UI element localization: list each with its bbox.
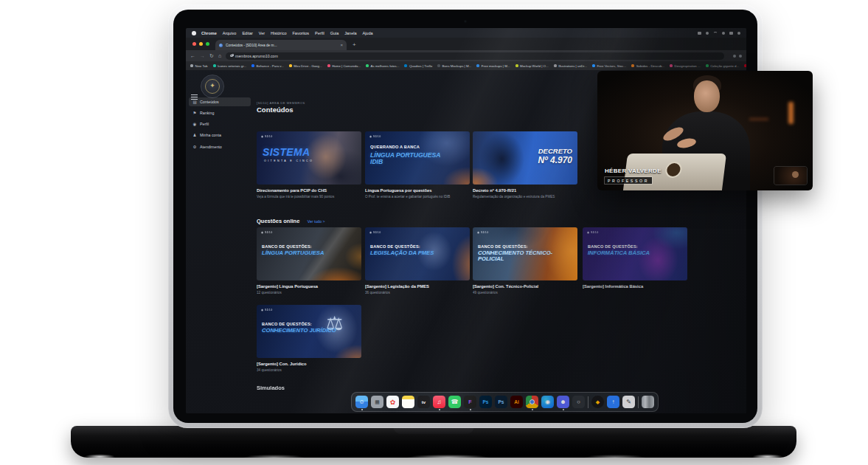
dock-chrome-icon[interactable] bbox=[526, 396, 538, 408]
dock-photoshop-beta-icon[interactable]: Ps bbox=[495, 396, 507, 408]
background-light bbox=[749, 118, 768, 120]
bookmark[interactable]: Illustrations | unDr... bbox=[554, 64, 587, 68]
dock-illustrator-icon[interactable]: Ai bbox=[510, 396, 523, 408]
dock-music-icon[interactable]: ♫ bbox=[433, 396, 445, 408]
card-caption[interactable]: Decreto nº 4.970-R/21 bbox=[473, 188, 577, 193]
control-center-icon[interactable] bbox=[729, 32, 733, 35]
display-icon[interactable] bbox=[698, 32, 701, 35]
dock-appletv-icon[interactable]: tv bbox=[417, 396, 430, 408]
bookmark[interactable]: Designspiration ... bbox=[670, 64, 701, 68]
card-kicker: BANCO DE QUESTÕES: bbox=[262, 322, 312, 326]
account-icon: ♟ bbox=[192, 133, 197, 137]
app-logo[interactable] bbox=[201, 75, 224, 98]
bookmark[interactable]: Mockup World | O... bbox=[515, 64, 549, 68]
forward-icon[interactable]: → bbox=[200, 53, 205, 58]
dock-figma-icon[interactable]: F bbox=[464, 396, 476, 408]
sidebar-item-atendimento[interactable]: ⚙ Atendimento bbox=[189, 142, 251, 151]
card-caption[interactable]: [Sargento] Língua Portuguesa bbox=[257, 284, 361, 289]
bookmark[interactable]: Meu Drive - Goog... bbox=[289, 64, 322, 68]
card-caption[interactable]: Língua Portuguesa por questões bbox=[365, 188, 470, 193]
card-bq-tecnico[interactable]: ◉ SD10 BANCO DE QUESTÕES: CONHECIMENTO T… bbox=[473, 227, 577, 280]
professor-face bbox=[694, 80, 720, 112]
bookmark[interactable]: Ícones vetoriais gr... bbox=[213, 64, 247, 68]
tab-title: Conteúdos - [SD10] Área de m... bbox=[226, 44, 338, 47]
bookmark[interactable]: Coleção gigante d... bbox=[706, 64, 740, 68]
sidebar-item-conteudos[interactable]: ▤ Conteúdos bbox=[189, 97, 251, 106]
card-caption[interactable]: Direcionamento para PCIP do CHS bbox=[257, 188, 361, 193]
card-bq-legislacao[interactable]: ◉ SD10 BANCO DE QUESTÕES: LEGISLAÇÃO DA … bbox=[365, 227, 470, 280]
dock-discord-icon[interactable]: ☻ bbox=[557, 396, 569, 408]
menu-ver[interactable]: Ver bbox=[259, 31, 265, 35]
battery-icon[interactable] bbox=[706, 32, 709, 35]
laptop-lid: Chrome Arquivo Editar Ver Histórico Favo… bbox=[168, 4, 763, 428]
new-tab-button[interactable]: + bbox=[353, 41, 356, 48]
dock-notes-icon[interactable] bbox=[402, 396, 414, 408]
menu-favoritos[interactable]: Favoritos bbox=[292, 31, 309, 35]
menu-janela[interactable]: Janela bbox=[344, 31, 356, 35]
pip-video-player[interactable]: HÉBER VALVERDE PROFESSOR bbox=[597, 71, 813, 190]
back-icon[interactable]: ← bbox=[190, 53, 195, 58]
dock-pencil-icon[interactable]: ✎ bbox=[622, 396, 635, 408]
dock-separator bbox=[588, 396, 588, 408]
tab-close-icon[interactable]: × bbox=[340, 43, 343, 47]
card-decreto[interactable]: DECRETO Nº 4.970 bbox=[473, 131, 577, 185]
menu-historico[interactable]: Histórico bbox=[271, 31, 286, 35]
sidebar-item-perfil[interactable]: ◉ Perfil bbox=[189, 120, 251, 128]
card-caption[interactable]: [Sargento] Legislação da PMES bbox=[365, 284, 470, 289]
menu-ajuda[interactable]: Ajuda bbox=[362, 31, 372, 35]
profile-icon: ◉ bbox=[192, 122, 197, 126]
dock-photoshop-icon[interactable]: Ps bbox=[479, 396, 492, 408]
profile-avatar[interactable] bbox=[739, 55, 742, 58]
card-bq-juridico[interactable]: ◉ SD10 BANCO DE QUESTÕES: CONHECIMENTO J… bbox=[257, 305, 361, 358]
see-all-link[interactable]: Ver tudo > bbox=[308, 219, 325, 224]
close-window-button[interactable] bbox=[192, 42, 196, 46]
bookmark[interactable]: Quadros | Trello bbox=[404, 64, 432, 68]
card-caption[interactable]: [Sargento] Con. Jurídico bbox=[257, 362, 361, 366]
bookmark[interactable]: As melhores fotos... bbox=[366, 64, 399, 68]
bookmark[interactable]: Bons Mockups | M... bbox=[437, 64, 471, 68]
bookmark-favicon bbox=[706, 64, 709, 67]
dock-sketch-icon[interactable]: ◆ bbox=[591, 396, 604, 408]
dock-photos-icon[interactable]: ✿ bbox=[386, 396, 399, 408]
reload-icon[interactable]: ↻ bbox=[209, 53, 214, 59]
bookmark[interactable]: Home | Comunida... bbox=[327, 64, 361, 68]
menu-perfil[interactable]: Perfil bbox=[315, 31, 324, 35]
bookmark[interactable]: Sobidos - Descub... bbox=[631, 64, 664, 68]
bookmark[interactable]: Free Vectors, Stoc... bbox=[592, 64, 626, 68]
wifi-icon[interactable] bbox=[713, 32, 718, 35]
card-bq-informatica[interactable]: ◉ SD10 BANCO DE QUESTÕES: INFORMÁTICA BÁ… bbox=[583, 227, 687, 280]
menu-guia[interactable]: Guia bbox=[330, 31, 339, 35]
extensions-icon[interactable] bbox=[733, 55, 736, 58]
sidebar-item-minha-conta[interactable]: ♟ Minha conta bbox=[189, 131, 251, 140]
card-lingua-idib[interactable]: ◉ SD10 QUEBRANDO A BANCA LÍNGUA PORTUGUE… bbox=[365, 131, 470, 185]
bookmark[interactable]: Behance - Para v... bbox=[251, 64, 284, 68]
sidebar-item-ranking[interactable]: ⚑ Ranking bbox=[189, 108, 251, 117]
apple-menu-icon[interactable] bbox=[192, 31, 196, 35]
bookmark[interactable]: Free mockups | M... bbox=[476, 64, 510, 68]
bookmark-favicon bbox=[213, 64, 216, 67]
card-caption[interactable]: [Sargento] Con. Técnico-Policial bbox=[473, 284, 577, 289]
dock-trash-icon[interactable] bbox=[642, 396, 654, 408]
home-icon[interactable]: ⌂ bbox=[218, 53, 221, 58]
dock-safari-icon[interactable]: ◉ bbox=[541, 396, 554, 408]
minimize-window-button[interactable] bbox=[199, 42, 203, 46]
bookmark[interactable]: New Tab bbox=[190, 64, 208, 68]
search-icon[interactable] bbox=[722, 32, 725, 35]
dock-finder-icon[interactable]: ☺ bbox=[355, 396, 368, 408]
zoom-window-button[interactable] bbox=[206, 42, 209, 46]
card-caption[interactable]: [Sargento] Informática Básica bbox=[583, 284, 687, 289]
tab-favicon bbox=[219, 44, 223, 47]
siri-icon[interactable] bbox=[737, 32, 740, 35]
card-bq-lingua[interactable]: ◉ SD10 BANCO DE QUESTÕES: LÍNGUA PORTUGU… bbox=[257, 227, 361, 280]
address-bar[interactable]: membros.aprumo10.com bbox=[226, 52, 724, 60]
browser-tab[interactable]: Conteúdos - [SD10] Área de m... × bbox=[215, 40, 347, 50]
menu-arquivo[interactable]: Arquivo bbox=[223, 31, 237, 35]
menu-chrome[interactable]: Chrome bbox=[201, 31, 217, 35]
bookmark[interactable]: Pint... bbox=[744, 64, 746, 68]
menu-editar[interactable]: Editar bbox=[242, 31, 252, 35]
dock-loop-icon[interactable]: ○ bbox=[572, 396, 585, 408]
card-sistema[interactable]: ◉ SD10 SISTEMA OITENTA E CINCO bbox=[257, 131, 361, 185]
dock-transmit-icon[interactable]: ↑ bbox=[607, 396, 619, 408]
dock-launchpad-icon[interactable]: ▦ bbox=[371, 396, 383, 408]
dock-whatsapp-icon[interactable]: ☎ bbox=[448, 396, 461, 408]
